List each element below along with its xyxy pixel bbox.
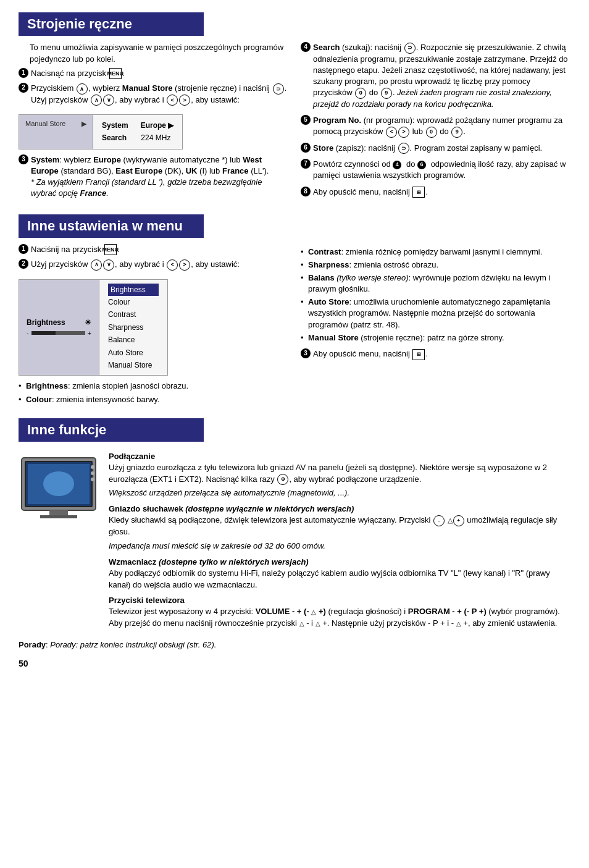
up-btn: ∧: [77, 83, 88, 95]
porady-footer: Porady: Porady: patrz koniec instrukcji …: [19, 639, 570, 651]
right-bullet-list: Contrast: zmienia różnicę pomiędzy barwa…: [301, 246, 570, 344]
brightness-label-row: Brightness ☀: [27, 318, 91, 327]
ext-btn: ⊕: [277, 474, 288, 485]
step-num-2: 2: [19, 83, 28, 93]
inne-step-3: 3 Aby opuścić menu, naciśnij ⊞.: [301, 348, 570, 360]
step-num-1: 1: [19, 68, 28, 78]
brightness-item-brightness: Brightness: [108, 284, 159, 296]
menu-btn-inne3: ⊞: [412, 349, 425, 360]
strojenie-section: Strojenie ręczne To menu umożliwia zapis…: [19, 12, 570, 203]
podlaczanie-p2: Większość urządzeń przełącza się automat…: [109, 487, 570, 499]
brightness-sun-icon: ☀: [85, 318, 91, 327]
zero-btn: 0: [426, 127, 437, 138]
left-bullet-list: Brightness: zmienia stopień jasności obr…: [19, 381, 288, 405]
bullet-balans: Balans (tylko wersje stereo): wyrównuje …: [301, 272, 570, 295]
brightness-bar-row: - +: [27, 329, 91, 337]
num0-btn: 0: [355, 88, 366, 99]
lt-btn: <: [386, 127, 397, 138]
gniazdo-p2: Impedancja musi mieścić się w zakresie o…: [109, 541, 570, 552]
gniazdo-p1: Kiedy słuchawki są podłączone, dźwięk te…: [109, 515, 570, 538]
strojenie-intro: To menu umożliwia zapisywanie w pamięci …: [19, 42, 288, 65]
przyciski-title: Przyciski telewizora: [109, 596, 570, 605]
step-num-6: 6: [301, 143, 311, 153]
step-7-text: Powtórz czynności od 4 do 6 odpowiednią …: [313, 159, 570, 181]
strojenie-step-3: 3 System: wybierz Europe (wykrywanie aut…: [19, 154, 288, 200]
brightness-item-sharpness: Sharpness: [108, 321, 159, 334]
inne-step-num-1: 1: [19, 244, 28, 254]
wzmacniacz-subsection: Wzmacniacz (dostepne tylko w niektórych …: [109, 557, 570, 591]
svg-rect-4: [40, 515, 77, 518]
inne-ustawienia-left: 1 Naciśnij na przycisk MENU. 2 Użyj przy…: [19, 244, 288, 407]
num9-btn: 9: [381, 88, 392, 99]
strojenie-step-8: 8 Aby opuścić menu, naciśnij ⊞.: [301, 187, 570, 198]
brightness-item-manualstore: Manual Store: [108, 359, 159, 371]
inne-step-num-2: 2: [19, 259, 28, 269]
menu-button-icon: MENU: [109, 68, 122, 79]
step-num-7: 7: [301, 159, 311, 169]
inne-step-2-text: Użyj przycisków ∧∨, aby wybrać i <>, aby…: [31, 259, 240, 271]
inne-ustawienia-section: Inne ustawienia w menu 1 Naciśnij na prz…: [19, 214, 570, 407]
inne-funkcje-body: Podłączanie Użyj gniazdo eurozłącza z ty…: [19, 452, 570, 634]
inne-funkcje-section: Inne funkcje: [19, 418, 570, 670]
step-num-5: 5: [301, 115, 311, 125]
ref-6: 6: [417, 161, 426, 169]
bullet-contrast: Contrast: zmienia różnicę pomiędzy barwa…: [301, 246, 570, 258]
strojenie-step-5: 5 Program No. (nr programu): wprowadź po…: [301, 115, 570, 138]
wzmacniacz-title: Wzmacniacz (dostepne tylko w niektórych …: [109, 557, 570, 567]
brightness-bar: [31, 331, 85, 335]
brightness-item-colour: Colour: [108, 296, 159, 308]
inne-funkcje-title: Inne funkcje: [19, 418, 204, 442]
step-num-8: 8: [301, 187, 311, 196]
page-container: Strojenie ręczne To menu umożliwia zapis…: [19, 12, 570, 670]
menu-left-panel: Manual Store ▶: [19, 115, 93, 148]
step-4-text: Search (szukaj): naciśnij ⊃. Rozpocznie …: [313, 42, 570, 110]
ok-btn-6: ⊃: [398, 143, 409, 154]
prog-icon-3: △: [456, 620, 461, 627]
up-inne: ∧: [91, 259, 102, 271]
podlaczanie-title: Podłączanie: [109, 452, 570, 461]
page-number: 50: [19, 657, 570, 670]
tv-image-container: [19, 452, 99, 634]
left-inne: <: [167, 259, 178, 271]
bullet-colour: Colour: zmienia intensywność barwy.: [19, 394, 288, 405]
menu-system-row: System Europe ▶: [102, 120, 173, 132]
step-1-text: Nacisnąć na przycisk MENU.: [31, 68, 124, 80]
podlaczanie-subsection: Podłączanie Użyj gniazdo eurozłącza z ty…: [109, 452, 570, 500]
gniazdo-title: Gniazdo słuchawek (dostępne wyłącznie w …: [109, 504, 570, 513]
wzmacniacz-p1: Aby podłączyć odbiornik do systemu Hi-Fi…: [109, 568, 570, 591]
right-btn: >: [179, 95, 190, 106]
step-3-note: * Za wyjątkiem Francji (standard LL '), …: [31, 177, 262, 198]
svg-point-7: [91, 478, 94, 481]
strojenie-step-7: 7 Powtórz czynności od 4 do 6 odpowiedni…: [301, 159, 570, 181]
menu-search-row: Search 224 MHz: [102, 132, 173, 144]
brightness-left-panel: Brightness ☀ - +: [19, 280, 99, 376]
bullet-sharpness: Sharpness: zmienia ostrość obrazu.: [301, 259, 570, 271]
menu-right-panel: System Europe ▶ Search 224 MHz: [93, 115, 182, 148]
brightness-plus: +: [88, 329, 91, 337]
svg-point-5: [91, 465, 94, 469]
menu-btn-inne1: MENU: [104, 244, 117, 255]
manual-store-menu: Manual Store ▶ System Europe ▶ Search 22…: [19, 114, 183, 149]
inne-ustawienia-title: Inne ustawienia w menu: [19, 214, 204, 238]
przyciski-p1: Telewizor jest wyposażony w 4 przyciski:…: [109, 606, 570, 630]
gniazdo-subsection: Gniazdo słuchawek (dostępne wyłącznie w …: [109, 504, 570, 552]
strojenie-step-4: 4 Search (szukaj): naciśnij ⊃. Rozpoczni…: [301, 42, 570, 110]
bullet-manualstore: Manual Store (strojenie ręczne): patrz n…: [301, 332, 570, 343]
prog-icon-1: △: [299, 620, 304, 627]
right-inne: >: [179, 259, 190, 271]
step-6-text: Store (zapisz): naciśnij ⊃. Program zost…: [313, 143, 542, 154]
strojenie-right: 4 Search (szukaj): naciśnij ⊃. Rozpoczni…: [301, 42, 570, 203]
up-btn2: ∧: [91, 95, 102, 106]
inne-step-1-text: Naciśnij na przycisk MENU.: [31, 244, 119, 256]
strojenie-left: To menu umożliwia zapisywanie w pamięci …: [19, 42, 288, 203]
svg-point-6: [91, 471, 94, 475]
step-num-4: 4: [301, 42, 311, 52]
strojenie-step-1: 1 Nacisnąć na przycisk MENU.: [19, 68, 288, 80]
vol-icon: △: [311, 609, 316, 615]
brightness-right-panel: Brightness Colour Contrast Sharpness Bal…: [99, 280, 167, 376]
nine-btn: 9: [451, 127, 462, 138]
strojenie-step-2: 2 Przyciskiem ∧, wybierz Manual Store (s…: [19, 83, 288, 106]
porady-text: Porady: patrz koniec instrukcji obsługi …: [50, 640, 216, 649]
ref-4: 4: [393, 161, 401, 169]
vol-minus-btn: -: [433, 515, 445, 526]
